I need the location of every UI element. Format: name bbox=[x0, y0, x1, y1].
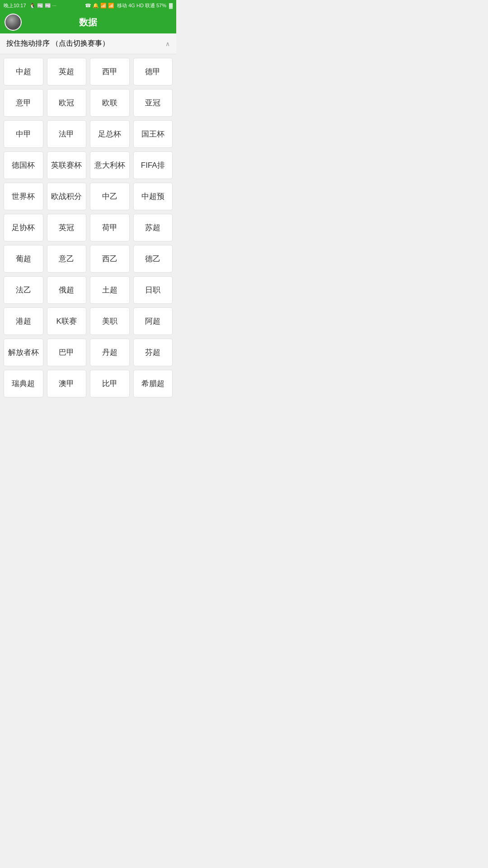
league-item[interactable]: 中超预 bbox=[133, 183, 173, 210]
chevron-up-icon[interactable]: ∧ bbox=[165, 40, 170, 47]
league-item[interactable]: 英超 bbox=[47, 58, 87, 85]
league-item[interactable]: 西乙 bbox=[90, 245, 130, 273]
league-item[interactable]: 足总杯 bbox=[90, 120, 130, 148]
league-item[interactable]: 国王杯 bbox=[133, 120, 173, 148]
sort-bar[interactable]: 按住拖动排序 （点击切换赛事） ∧ bbox=[0, 33, 176, 54]
league-item[interactable]: 港超 bbox=[4, 307, 43, 335]
league-item[interactable]: 美职 bbox=[90, 307, 130, 335]
league-item[interactable]: 荷甲 bbox=[90, 214, 130, 241]
sort-label: 按住拖动排序 （点击切换赛事） bbox=[6, 39, 109, 48]
league-item[interactable]: 丹超 bbox=[90, 339, 130, 366]
league-item[interactable]: 日职 bbox=[133, 276, 173, 304]
league-item[interactable]: 芬超 bbox=[133, 339, 173, 366]
league-item[interactable]: K联赛 bbox=[47, 307, 87, 335]
league-item[interactable]: 西甲 bbox=[90, 58, 130, 85]
league-item[interactable]: 亚冠 bbox=[133, 89, 173, 117]
league-item[interactable]: 世界杯 bbox=[4, 183, 43, 210]
league-item[interactable]: 足协杯 bbox=[4, 214, 43, 241]
league-item[interactable]: 土超 bbox=[90, 276, 130, 304]
league-item[interactable]: 英冠 bbox=[47, 214, 87, 241]
league-item[interactable]: 澳甲 bbox=[47, 370, 87, 397]
status-time: 晚上10:17 🐧 📰 📰 ··· bbox=[4, 2, 56, 9]
page-title: 数据 bbox=[79, 16, 97, 28]
league-item[interactable]: 中超 bbox=[4, 58, 43, 85]
league-item[interactable]: 解放者杯 bbox=[4, 339, 43, 366]
league-item[interactable]: 苏超 bbox=[133, 214, 173, 241]
league-item[interactable]: 意甲 bbox=[4, 89, 43, 117]
league-item[interactable]: 法甲 bbox=[47, 120, 87, 148]
app-header: 数据 bbox=[0, 11, 176, 33]
league-item[interactable]: 德国杯 bbox=[4, 151, 43, 179]
league-item[interactable]: 英联赛杯 bbox=[47, 151, 87, 179]
league-item[interactable]: 葡超 bbox=[4, 245, 43, 273]
league-item[interactable]: 比甲 bbox=[90, 370, 130, 397]
avatar-image bbox=[5, 14, 22, 31]
league-item[interactable]: 希腊超 bbox=[133, 370, 173, 397]
status-bar: 晚上10:17 🐧 📰 📰 ··· ☎ 🔔 📶 📶 移动 4G HD 联通 57… bbox=[0, 0, 176, 11]
status-icons: 🐧 📰 📰 ··· bbox=[29, 3, 56, 9]
league-item[interactable]: 法乙 bbox=[4, 276, 43, 304]
league-item[interactable]: 欧冠 bbox=[47, 89, 87, 117]
league-item[interactable]: FIFA排 bbox=[133, 151, 173, 179]
avatar[interactable] bbox=[5, 14, 22, 31]
league-item[interactable]: 德乙 bbox=[133, 245, 173, 273]
league-item[interactable]: 中乙 bbox=[90, 183, 130, 210]
status-right-info: ☎ 🔔 📶 📶 移动 4G HD 联通 57% ▓ bbox=[85, 2, 173, 9]
league-grid: 中超英超西甲德甲意甲欧冠欧联亚冠中甲法甲足总杯国王杯德国杯英联赛杯意大利杯FIF… bbox=[0, 54, 176, 401]
league-item[interactable]: 意大利杯 bbox=[90, 151, 130, 179]
league-item[interactable]: 中甲 bbox=[4, 120, 43, 148]
league-item[interactable]: 阿超 bbox=[133, 307, 173, 335]
league-item[interactable]: 欧联 bbox=[90, 89, 130, 117]
league-item[interactable]: 意乙 bbox=[47, 245, 87, 273]
league-item[interactable]: 德甲 bbox=[133, 58, 173, 85]
league-item[interactable]: 俄超 bbox=[47, 276, 87, 304]
league-item[interactable]: 欧战积分 bbox=[47, 183, 87, 210]
league-item[interactable]: 巴甲 bbox=[47, 339, 87, 366]
league-item[interactable]: 瑞典超 bbox=[4, 370, 43, 397]
